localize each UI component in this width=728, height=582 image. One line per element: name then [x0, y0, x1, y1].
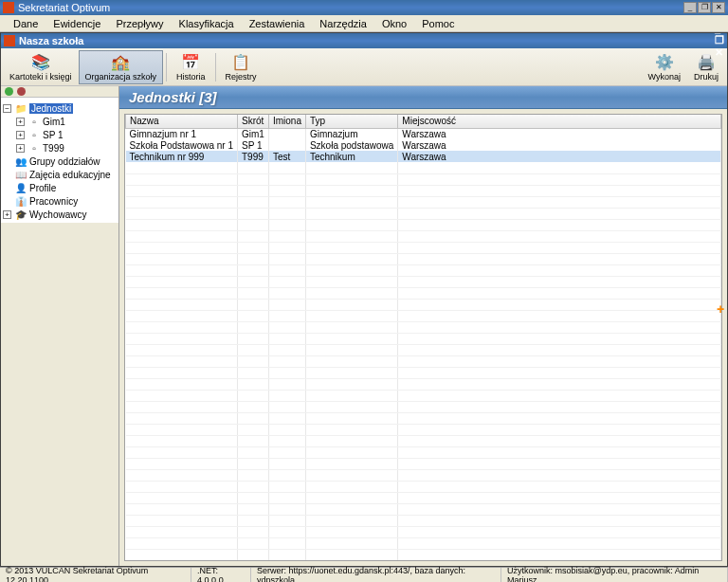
menu-okno[interactable]: Okno: [374, 16, 414, 31]
wykonaj-button[interactable]: ⚙️ Wykonaj: [642, 50, 687, 84]
child-minimize-button[interactable]: _: [715, 23, 724, 34]
app-icon: [3, 2, 14, 13]
main-title-bar: Sekretariat Optivum _ ❐ ✕: [0, 0, 728, 15]
item-icon: ▫: [27, 129, 41, 140]
app-title: Sekretariat Optivum: [18, 2, 683, 13]
restore-button[interactable]: ❐: [698, 2, 711, 13]
tree-profile[interactable]: 👤 Profile: [3, 181, 117, 194]
expand-icon[interactable]: +: [16, 118, 25, 126]
school-icon: 🏫: [111, 53, 130, 72]
cell-typ: Gimnazjum: [305, 128, 397, 139]
tree-sp1[interactable]: + ▫ SP 1: [3, 128, 117, 141]
registry-icon: 📋: [231, 53, 250, 72]
wykonaj-label: Wykonaj: [648, 72, 681, 82]
status-server: Serwer: https://uonet.edu.gdansk.pl:443/…: [251, 568, 501, 582]
content-area: − 📁 Jednostki + ▫ Gim1 + ▫ SP 1: [1, 86, 727, 566]
tree-jednostki[interactable]: − 📁 Jednostki: [3, 101, 117, 115]
toolbar-separator: [166, 53, 167, 82]
drukuj-label: Drukuj: [694, 72, 719, 82]
rejestry-label: Rejestry: [226, 72, 257, 82]
menu-przeplywy[interactable]: Przepływy: [108, 16, 171, 31]
sidebar-tree: − 📁 Jednostki + ▫ Gim1 + ▫ SP 1: [1, 98, 119, 223]
remove-icon[interactable]: [17, 87, 26, 96]
grid-container: Nazwa Skrót Imiona Typ Miejscowość Gimna…: [124, 114, 722, 561]
col-header-nazwa[interactable]: Nazwa: [126, 115, 238, 128]
historia-button[interactable]: 📅 Historia: [170, 50, 212, 84]
status-copyright: © 2013 VULCAN Sekretariat Optivum 12.20.…: [0, 568, 191, 582]
col-header-typ[interactable]: Typ: [305, 115, 397, 128]
organizacja-button[interactable]: 🏫 Organizacja szkoły: [79, 50, 164, 84]
child-window-icon: [4, 35, 15, 46]
minimize-button[interactable]: _: [683, 2, 697, 13]
cell-nazwa: Szkoła Podstawowa nr 1: [126, 139, 238, 151]
employees-icon: 👔: [14, 195, 27, 207]
cell-nazwa: Gimnazjum nr 1: [126, 128, 238, 139]
collapse-icon[interactable]: −: [3, 104, 11, 113]
cell-miejscowosc: Warszawa: [398, 139, 721, 151]
kartoteki-button[interactable]: 📚 Kartoteki i księgi: [3, 50, 79, 84]
child-window: Nasza szkoła _ ❐ ✕ 📚 Kartoteki i księgi …: [0, 32, 728, 567]
toolbar-separator: [215, 53, 216, 82]
cell-typ: Technikum: [305, 151, 397, 162]
books-icon: 📚: [31, 53, 50, 72]
cell-miejscowosc: Warszawa: [398, 151, 721, 162]
child-title-bar: Nasza szkoła _ ❐ ✕: [1, 33, 727, 48]
menu-narzedzia[interactable]: Narzędzia: [312, 16, 374, 31]
add-icon[interactable]: [5, 87, 13, 96]
cell-imiona: Test: [268, 151, 305, 162]
col-header-imiona[interactable]: Imiona: [268, 115, 305, 128]
child-restore-button[interactable]: ❐: [715, 34, 724, 46]
mdi-area: Nasza szkoła _ ❐ ✕ 📚 Kartoteki i księgi …: [0, 32, 728, 567]
menu-bar: Dane Ewidencje Przepływy Klasyfikacja Ze…: [0, 15, 728, 32]
cell-skrot: T999: [238, 151, 269, 162]
rejestry-button[interactable]: 📋 Rejestry: [219, 50, 264, 84]
expand-tab[interactable]: +: [714, 300, 727, 318]
cell-imiona: [268, 128, 305, 139]
tree-grupy[interactable]: 👥 Grupy oddziałów: [3, 155, 117, 168]
table-row[interactable]: Gimnazjum nr 1Gim1GimnazjumWarszawa: [126, 128, 721, 139]
col-header-miejscowosc[interactable]: Miejscowość: [398, 115, 721, 128]
item-icon: ▫: [27, 116, 41, 127]
tree-zajecia[interactable]: 📖 Zajęcia edukacyjne: [3, 168, 117, 181]
table-row[interactable]: Szkoła Podstawowa nr 1SP 1Szkoła podstaw…: [126, 139, 721, 151]
close-button[interactable]: ✕: [712, 2, 725, 13]
table-row[interactable]: Technikum nr 999T999TestTechnikumWarszaw…: [126, 151, 721, 162]
toolbar: 📚 Kartoteki i księgi 🏫 Organizacja szkoł…: [1, 48, 727, 86]
cell-skrot: SP 1: [238, 139, 269, 151]
menu-pomoc[interactable]: Pomoc: [414, 16, 462, 31]
sidebar-toolbar: [1, 86, 118, 98]
main-panel: Jednostki [3] Nazwa Skrót Imiona Typ Mie…: [119, 86, 727, 566]
historia-label: Historia: [176, 72, 206, 82]
item-icon: ▫: [27, 142, 41, 154]
tree-t999[interactable]: + ▫ T999: [3, 141, 117, 155]
expand-icon[interactable]: +: [16, 144, 25, 153]
expand-icon[interactable]: +: [16, 131, 25, 139]
menu-zestawienia[interactable]: Zestawienia: [242, 16, 313, 31]
drukuj-button[interactable]: 🖨️ Drukuj: [687, 50, 725, 84]
tree-pracownicy[interactable]: 👔 Pracownicy: [3, 194, 117, 208]
expand-icon[interactable]: +: [3, 210, 11, 219]
folder-icon: 📁: [14, 102, 27, 114]
cell-nazwa: Technikum nr 999: [126, 151, 238, 162]
lessons-icon: 📖: [14, 169, 27, 180]
cell-imiona: [268, 139, 305, 151]
menu-klasyfikacja[interactable]: Klasyfikacja: [172, 16, 242, 31]
panel-header: Jednostki [3]: [119, 86, 727, 109]
status-net: .NET: 4.0.0.0: [191, 568, 251, 582]
tutors-icon: 🎓: [14, 209, 27, 220]
menu-ewidencje[interactable]: Ewidencje: [46, 16, 108, 31]
cell-typ: Szkoła podstawowa: [305, 139, 397, 151]
status-bar: © 2013 VULCAN Sekretariat Optivum 12.20.…: [0, 567, 728, 582]
child-window-title: Nasza szkoła: [19, 35, 715, 46]
data-grid[interactable]: Nazwa Skrót Imiona Typ Miejscowość Gimna…: [125, 115, 721, 561]
cell-miejscowosc: Warszawa: [398, 128, 721, 139]
organizacja-label: Organizacja szkoły: [85, 72, 157, 82]
cell-skrot: Gim1: [238, 128, 269, 139]
col-header-skrot[interactable]: Skrót: [238, 115, 269, 128]
tree-gim1[interactable]: + ▫ Gim1: [3, 115, 117, 128]
execute-icon: ⚙️: [655, 53, 674, 72]
tree-wychowawcy[interactable]: + 🎓 Wychowawcy: [3, 208, 117, 221]
menu-dane[interactable]: Dane: [6, 16, 46, 31]
calendar-icon: 📅: [181, 53, 200, 72]
status-user: Użytkownik: msobisiak@ydp.eu, pracownik:…: [501, 568, 728, 582]
